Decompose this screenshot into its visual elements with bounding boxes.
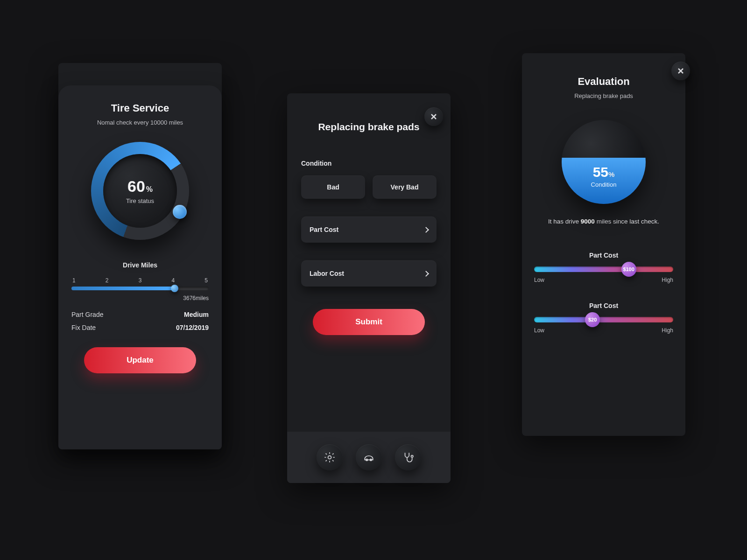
chevron-right-icon	[423, 271, 429, 277]
condition-bad-button[interactable]: Bad	[301, 175, 365, 199]
nav-settings-button[interactable]	[317, 444, 343, 470]
cost2-slider[interactable]: $20	[534, 317, 673, 322]
tick-1: 1	[72, 277, 76, 284]
slider-thumb[interactable]	[171, 285, 178, 292]
orb-pct-sign: %	[608, 170, 614, 178]
gauge-pct-sign: %	[146, 185, 153, 193]
cost2-label: Part Cost	[534, 302, 673, 309]
labor-cost-button[interactable]: Labor Cost	[301, 260, 437, 287]
close-icon	[677, 68, 684, 74]
close-icon	[430, 113, 437, 120]
submit-button[interactable]: Submit	[313, 309, 425, 335]
slider-ticks: 1 2 3 4 5	[71, 277, 209, 284]
brake-pads-screen: Replacing brake pads Condition Bad Very …	[287, 93, 451, 483]
cost1-thumb[interactable]: $100	[621, 262, 636, 277]
cost1-low: Low	[534, 277, 544, 283]
gauge-text: 60% Tire status	[91, 142, 189, 240]
labor-cost-label: Labor Cost	[310, 270, 344, 277]
tick-2: 2	[106, 277, 109, 284]
gauge-label: Tire status	[126, 197, 154, 204]
fix-date-row: Fix Date 07/12/2019	[71, 324, 209, 331]
drive-miles-slider[interactable]: 1 2 3 4 5 3676miles	[71, 277, 209, 301]
condition-orb: 55% Condition	[562, 120, 646, 204]
svg-point-0	[328, 456, 331, 459]
cost1-label: Part Cost	[534, 252, 673, 259]
drive-miles-label: Drive Miles	[71, 261, 209, 269]
tick-4: 4	[171, 277, 175, 284]
mileage-note: It has drive 9000 miles since last check…	[534, 217, 673, 226]
cost1-high: High	[662, 277, 673, 283]
part-grade-label: Part Grade	[71, 311, 103, 318]
tire-service-screen: Tire Service Nomal check every 10000 mil…	[58, 63, 222, 449]
part-cost-button[interactable]: Part Cost	[301, 217, 437, 243]
part-cost-2: Part Cost $20 Low High	[534, 302, 673, 334]
orb-percent: 55	[593, 164, 608, 180]
gear-icon	[324, 451, 336, 463]
close-button[interactable]	[671, 62, 690, 80]
tick-3: 3	[139, 277, 142, 284]
car-icon	[363, 451, 375, 463]
cost2-thumb[interactable]: $20	[585, 312, 600, 327]
tire-gauge: 60% Tire status	[91, 142, 189, 240]
part-cost-label: Part Cost	[310, 226, 338, 233]
gauge-percent: 60	[127, 177, 145, 195]
condition-verybad-button[interactable]: Very Bad	[373, 175, 437, 199]
part-cost-1: Part Cost $100 Low High	[534, 252, 673, 283]
page-subtitle: Nomal check every 10000 miles	[71, 119, 209, 126]
cost2-low: Low	[534, 327, 544, 334]
orb-label: Condition	[591, 181, 617, 188]
tick-5: 5	[204, 277, 208, 284]
condition-label: Condition	[301, 160, 437, 167]
part-grade-row: Part Grade Medium	[71, 311, 209, 318]
page-title: Tire Service	[71, 102, 209, 114]
chevron-right-icon	[423, 227, 429, 233]
stethoscope-icon	[402, 451, 414, 463]
part-grade-value: Medium	[184, 311, 209, 318]
page-title: Evaluation	[534, 76, 673, 88]
fix-date-label: Fix Date	[71, 324, 96, 331]
miles-value: 3676miles	[71, 295, 209, 301]
page-title: Replacing brake pads	[287, 121, 451, 133]
cost1-slider[interactable]: $100	[534, 266, 673, 272]
bottom-navbar	[287, 432, 451, 483]
evaluation-screen: Evaluation Replacing brake pads 55% Cond…	[522, 53, 685, 436]
svg-point-3	[411, 455, 413, 457]
close-button[interactable]	[424, 107, 443, 126]
update-button[interactable]: Update	[84, 347, 196, 373]
fix-date-value: 07/12/2019	[176, 324, 209, 331]
tire-service-card: Tire Service Nomal check every 10000 mil…	[58, 85, 222, 449]
nav-car-button[interactable]	[356, 444, 382, 470]
page-subtitle: Replacing brake pads	[534, 92, 673, 99]
cost2-high: High	[662, 327, 673, 334]
nav-diagnostic-button[interactable]	[395, 444, 421, 470]
